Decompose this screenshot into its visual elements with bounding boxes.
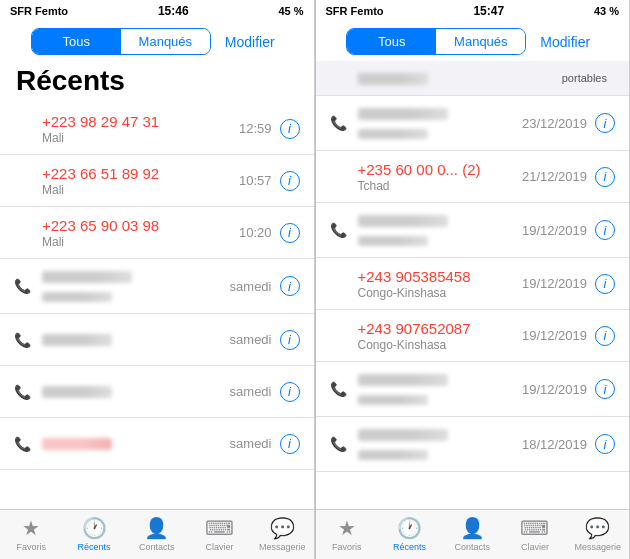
keyboard-icon: ⌨	[520, 516, 549, 540]
tab-tous-right[interactable]: Tous	[347, 29, 436, 54]
tab-messagerie-left[interactable]: 💬 Messagerie	[251, 514, 314, 553]
call-time: 18/12/2019	[522, 437, 587, 452]
tab-label: Contacts	[454, 542, 490, 552]
info-button[interactable]: i	[595, 113, 615, 133]
tab-label: Contacts	[139, 542, 175, 552]
call-list-right: portables 📞 23/12/2019 i +235 60 00 0...…	[316, 61, 630, 509]
carrier-right: SFR Femto	[326, 5, 384, 17]
call-number: +243 905385458	[358, 268, 522, 285]
tab-contacts-right[interactable]: 👤 Contacts	[441, 514, 504, 553]
tab-label: Messagerie	[259, 542, 306, 552]
phone-icon: 📞	[14, 332, 32, 348]
tab-messagerie-right[interactable]: 💬 Messagerie	[566, 514, 629, 553]
info-button[interactable]: i	[280, 119, 300, 139]
phone-icon: 📞	[330, 222, 348, 238]
tab-label: Récents	[78, 542, 111, 552]
phone-icon: 📞	[330, 381, 348, 397]
tab-recents-left[interactable]: 🕐 Récents	[63, 514, 126, 553]
call-time: 19/12/2019	[522, 382, 587, 397]
call-time: 19/12/2019	[522, 328, 587, 343]
blurred-contact	[42, 331, 230, 349]
info-button[interactable]: i	[595, 379, 615, 399]
info-button[interactable]: i	[280, 171, 300, 191]
star-icon: ★	[22, 516, 40, 540]
tab-manques-right[interactable]: Manqués	[436, 29, 525, 54]
bottom-tabs-right: ★ Favoris 🕐 Récents 👤 Contacts ⌨ Clavier…	[316, 509, 630, 559]
call-item: +235 60 00 0... (2) Tchad 21/12/2019 i	[316, 151, 630, 203]
modifier-btn-right[interactable]: Modifier	[532, 29, 598, 55]
info-button[interactable]: i	[595, 167, 615, 187]
voicemail-icon: 💬	[270, 516, 295, 540]
status-bar-right: SFR Femto 15:47 43 %	[316, 0, 630, 22]
call-location: Mali	[42, 183, 239, 197]
call-time: 19/12/2019	[522, 276, 587, 291]
left-panel: SFR Femto 15:46 45 % Tous Manqués Modifi…	[0, 0, 315, 559]
call-item: 📞 samedi i	[0, 366, 314, 418]
page-title-left: Récents	[0, 61, 314, 103]
info-button[interactable]: i	[595, 220, 615, 240]
blurred-contact	[358, 104, 522, 122]
tab-tous-left[interactable]: Tous	[32, 29, 121, 54]
tab-label: Récents	[393, 542, 426, 552]
keyboard-icon: ⌨	[205, 516, 234, 540]
info-button[interactable]: i	[595, 434, 615, 454]
tab-favoris-left[interactable]: ★ Favoris	[0, 514, 63, 553]
top-tabs-right: Tous Manqués Modifier	[316, 22, 630, 61]
blurred-sub	[42, 287, 230, 305]
contacts-icon: 👤	[460, 516, 485, 540]
bottom-tabs-left: ★ Favoris 🕐 Récents 👤 Contacts ⌨ Clavier…	[0, 509, 314, 559]
info-button[interactable]: i	[595, 326, 615, 346]
tab-favoris-right[interactable]: ★ Favoris	[316, 514, 379, 553]
tab-recents-right[interactable]: 🕐 Récents	[378, 514, 441, 553]
tab-label: Messagerie	[574, 542, 621, 552]
clock-icon: 🕐	[82, 516, 107, 540]
call-time: samedi	[230, 332, 272, 347]
tab-contacts-left[interactable]: 👤 Contacts	[125, 514, 188, 553]
blurred-contact	[358, 69, 562, 87]
clock-icon: 🕐	[397, 516, 422, 540]
section-label: portables	[562, 72, 607, 84]
blurred-contact	[358, 370, 522, 388]
blurred-contact	[358, 425, 522, 443]
segment-control-left[interactable]: Tous Manqués	[31, 28, 211, 55]
modifier-btn-left[interactable]: Modifier	[217, 29, 283, 55]
contacts-icon: 👤	[144, 516, 169, 540]
tab-clavier-left[interactable]: ⌨ Clavier	[188, 514, 251, 553]
tab-manques-left[interactable]: Manqués	[121, 29, 210, 54]
segment-control-right[interactable]: Tous Manqués	[346, 28, 526, 55]
phone-icon: 📞	[330, 436, 348, 452]
voicemail-icon: 💬	[585, 516, 610, 540]
blurred-contact	[42, 267, 230, 285]
tab-clavier-right[interactable]: ⌨ Clavier	[504, 514, 567, 553]
section-header: portables	[316, 61, 630, 96]
phone-icon: 📞	[330, 115, 348, 131]
call-time: samedi	[230, 436, 272, 451]
call-number: +243 907652087	[358, 320, 522, 337]
call-item: 📞 samedi i	[0, 259, 314, 314]
call-item: +243 905385458 Congo-Kinshasa 19/12/2019…	[316, 258, 630, 310]
call-location: Mali	[42, 235, 239, 249]
call-number: +235 60 00 0... (2)	[358, 161, 522, 178]
call-item: +223 65 90 03 98 Mali 10:20 i	[0, 207, 314, 259]
phone-icon: 📞	[14, 436, 32, 452]
info-button[interactable]: i	[280, 223, 300, 243]
call-location: Congo-Kinshasa	[358, 338, 522, 352]
call-location: Congo-Kinshasa	[358, 286, 522, 300]
call-time: 19/12/2019	[522, 223, 587, 238]
info-button[interactable]: i	[280, 382, 300, 402]
info-button[interactable]: i	[595, 274, 615, 294]
tab-label: Clavier	[205, 542, 233, 552]
call-item: 📞 18/12/2019 i	[316, 417, 630, 472]
info-button[interactable]: i	[280, 330, 300, 350]
call-time: samedi	[230, 279, 272, 294]
status-bar-left: SFR Femto 15:46 45 %	[0, 0, 314, 22]
call-time: 23/12/2019	[522, 116, 587, 131]
info-button[interactable]: i	[280, 276, 300, 296]
info-button[interactable]: i	[280, 434, 300, 454]
call-number: +223 65 90 03 98	[42, 217, 239, 234]
call-item: +223 98 29 47 31 Mali 12:59 i	[0, 103, 314, 155]
blurred-contact	[42, 435, 230, 453]
call-location: Mali	[42, 131, 239, 145]
call-item: 📞 samedi i	[0, 418, 314, 470]
phone-icon: 📞	[14, 384, 32, 400]
